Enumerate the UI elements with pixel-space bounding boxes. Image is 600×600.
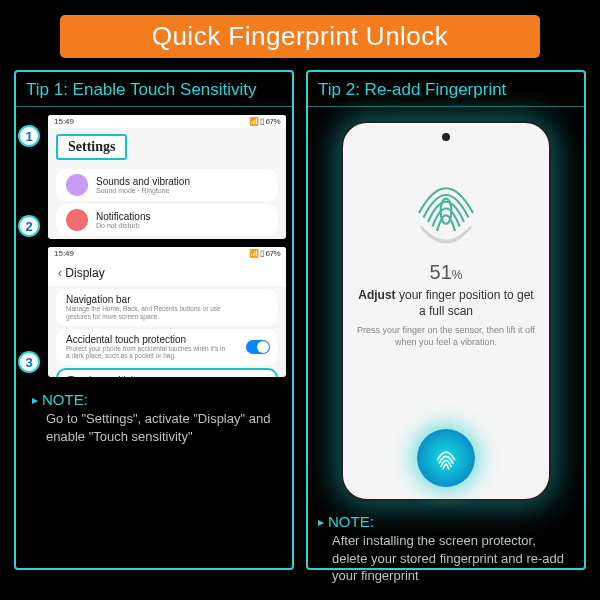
row-notifications[interactable]: Notifications Do not disturb xyxy=(56,204,278,236)
status-bar: 15:49 📶 ▯ 67% xyxy=(48,115,286,128)
tip1-panel: Tip 1: Enable Touch Sensitivity 1 2 3 15… xyxy=(14,70,294,570)
screenshot-settings: 15:49 📶 ▯ 67% Settings Sounds and vibrat… xyxy=(48,115,286,239)
note-heading: NOTE: xyxy=(32,391,276,408)
sensor-fingerprint-icon xyxy=(429,441,463,475)
instruction-secondary: Press your finger on the sensor, then li… xyxy=(357,325,535,348)
tip2-note: NOTE: After installing the screen protec… xyxy=(308,507,584,595)
tip2-header: Tip 2: Re-add Fingerprint xyxy=(308,72,584,107)
status-battery: 67% xyxy=(265,117,280,126)
title-bar: Quick Fingerprint Unlock xyxy=(60,15,540,58)
notifications-icon xyxy=(66,209,88,231)
fingerprint-sensor[interactable] xyxy=(417,429,475,487)
tip2-body: 51% Adjust your finger position to get a… xyxy=(308,107,584,507)
item-navigation-bar[interactable]: Navigation bar Manage the Home, Back, an… xyxy=(56,289,278,326)
note-body: Go to "Settings", activate "Display" and… xyxy=(32,408,276,445)
fingerprint-icon xyxy=(401,159,491,249)
step-badge-3: 3 xyxy=(18,351,40,373)
note-body: After installing the screen protector, d… xyxy=(318,530,574,585)
item-accidental-touch[interactable]: Accidental touch protection Protect your… xyxy=(56,329,278,366)
item-touch-sensitivity[interactable]: Touch sensitivity Increase the touch sen… xyxy=(56,368,278,377)
note-heading: NOTE: xyxy=(318,513,574,530)
settings-title[interactable]: Settings xyxy=(56,134,127,160)
sound-icon xyxy=(66,174,88,196)
page-title: Quick Fingerprint Unlock xyxy=(152,21,449,51)
toggle-accidental-touch[interactable] xyxy=(246,340,270,354)
tip1-header: Tip 1: Enable Touch Sensitivity xyxy=(16,72,292,107)
fingerprint-graphic xyxy=(401,159,491,249)
tip1-note: NOTE: Go to "Settings", activate "Displa… xyxy=(22,385,286,455)
phone-mock: 51% Adjust your finger position to get a… xyxy=(341,121,551,501)
status-bar-2: 15:49 📶 ▯ 67% xyxy=(48,247,286,260)
instruction-primary: Adjust your finger position to get a ful… xyxy=(357,288,535,319)
tip1-body: 1 2 3 15:49 📶 ▯ 67% Settings Sounds and … xyxy=(16,107,292,461)
screenshot-display: 15:49 📶 ▯ 67% Display Navigation bar Man… xyxy=(48,247,286,377)
status-time: 15:49 xyxy=(54,117,74,126)
scan-percent: 51% xyxy=(430,261,463,284)
step-badge-2: 2 xyxy=(18,215,40,237)
step-badge-1: 1 xyxy=(18,125,40,147)
tip2-panel: Tip 2: Re-add Fingerprint xyxy=(306,70,586,570)
row-sounds[interactable]: Sounds and vibration Sound mode · Ringto… xyxy=(56,169,278,201)
display-page-header[interactable]: Display xyxy=(48,260,286,286)
